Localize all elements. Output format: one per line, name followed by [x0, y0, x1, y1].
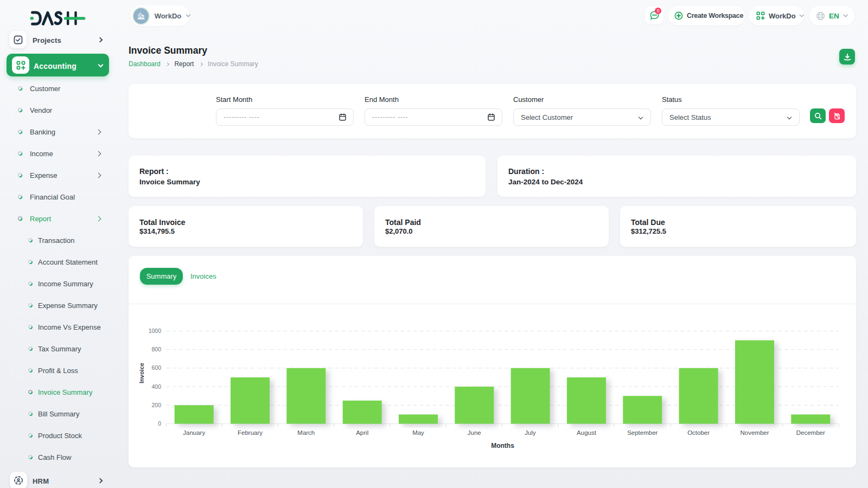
svg-text:April: April	[356, 429, 368, 436]
svg-text:600: 600	[151, 364, 161, 371]
svg-text:400: 400	[151, 383, 161, 390]
svg-text:Months: Months	[491, 442, 514, 450]
svg-text:1000: 1000	[149, 328, 162, 334]
svg-text:November: November	[740, 429, 769, 436]
svg-text:Invoice: Invoice	[138, 363, 145, 383]
svg-text:March: March	[297, 429, 315, 436]
svg-text:May: May	[412, 429, 424, 436]
svg-text:June: June	[468, 429, 481, 436]
svg-text:July: July	[525, 429, 536, 436]
svg-text:February: February	[238, 429, 263, 436]
svg-text:October: October	[687, 429, 710, 436]
svg-text:December: December	[796, 429, 825, 436]
svg-text:September: September	[627, 429, 658, 436]
svg-text:0: 0	[158, 420, 161, 427]
svg-text:800: 800	[151, 346, 161, 352]
svg-text:August: August	[577, 429, 597, 436]
svg-text:200: 200	[151, 402, 161, 408]
svg-text:January: January	[183, 429, 205, 436]
